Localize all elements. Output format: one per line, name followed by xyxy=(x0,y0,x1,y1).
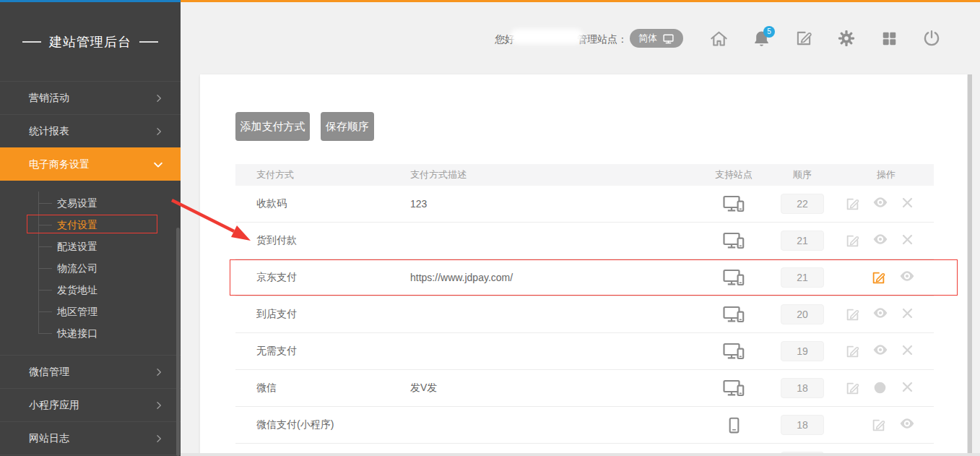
sidebar-item-b1[interactable]: 小程序应用 xyxy=(0,388,181,421)
sidebar-item-label: 统计报表 xyxy=(29,125,69,138)
order-cell: 21 xyxy=(766,267,838,288)
actions-cell xyxy=(838,381,934,396)
order-input[interactable]: 22 xyxy=(781,194,824,214)
edit-button[interactable] xyxy=(838,381,866,396)
desktop-mobile-icon xyxy=(723,231,745,250)
order-input[interactable]: 21 xyxy=(781,231,824,251)
title-rule-left xyxy=(22,41,41,43)
bottom-scrollbar[interactable] xyxy=(181,453,980,456)
edit-button-active[interactable] xyxy=(864,270,893,285)
sidebar-item-b0[interactable]: 微信管理 xyxy=(0,355,181,388)
preview-button[interactable] xyxy=(893,270,922,285)
payment-methods-table: 支付方式支付方式描述支持站点顺序操作 收款码12322货到付款21京东支付htt… xyxy=(235,164,934,456)
sidebar-subitem-3[interactable]: 物流公司 xyxy=(0,257,181,279)
supported-sites-cell xyxy=(701,268,766,287)
payment-row: 微信支付(小程序)18 xyxy=(235,407,934,444)
sidebar-submenu: 交易设置支付设置配送设置物流公司发货地址地区管理快递接口 xyxy=(0,181,181,355)
apps-grid-icon xyxy=(880,30,898,48)
column-header: 支付方式描述 xyxy=(410,168,701,181)
sidebar-item-label: 营销活动 xyxy=(29,92,69,105)
preview-disabled-icon xyxy=(866,381,893,396)
sidebar-nav-bottom: 微信管理小程序应用网站日志 xyxy=(0,355,181,455)
payment-row: 货到付款21 xyxy=(235,223,934,259)
delete-button[interactable] xyxy=(894,307,922,322)
sidebar-subitem-1-selected[interactable]: 支付设置 xyxy=(0,214,181,236)
sidebar-subitem-0[interactable]: 交易设置 xyxy=(0,192,181,214)
app-title: 建站管理后台 xyxy=(0,2,181,81)
column-header: 顺序 xyxy=(766,168,838,181)
preview-button[interactable] xyxy=(866,307,893,322)
payment-name: 货到付款 xyxy=(235,234,410,247)
logout-button[interactable] xyxy=(922,28,942,48)
column-header: 操作 xyxy=(838,168,934,181)
content-scrollbar[interactable] xyxy=(968,74,972,456)
sidebar-subitem-6[interactable]: 快递接口 xyxy=(0,322,181,344)
home-button[interactable] xyxy=(708,28,729,48)
sidebar-subitem-2[interactable]: 配送设置 xyxy=(0,236,181,257)
order-input[interactable]: 20 xyxy=(781,304,824,324)
sidebar: 建站管理后台 营销活动统计报表 电子商务设置 交易设置支付设置配送设置物流公司发… xyxy=(0,2,181,456)
delete-button[interactable] xyxy=(894,197,922,212)
settings-button[interactable] xyxy=(836,28,857,48)
chevron-right-icon xyxy=(153,126,165,137)
actions-cell xyxy=(838,344,934,359)
order-cell: 21 xyxy=(766,231,838,251)
home-icon xyxy=(709,29,729,48)
payment-name: 无需支付 xyxy=(235,345,410,358)
edit-button[interactable] xyxy=(838,233,866,249)
sidebar-item-label: 电子商务设置 xyxy=(29,158,90,171)
supported-sites-cell xyxy=(701,379,766,397)
delete-button[interactable] xyxy=(894,344,922,359)
preview-button[interactable] xyxy=(866,197,893,212)
sidebar-item-b2[interactable]: 网站日志 xyxy=(0,421,181,455)
language-site-pill[interactable]: 简体 xyxy=(630,29,683,48)
power-icon xyxy=(922,29,941,48)
edit-button[interactable] xyxy=(838,307,866,322)
compose-icon xyxy=(794,29,813,48)
sidebar-subitem-5[interactable]: 地区管理 xyxy=(0,301,181,322)
delete-button[interactable] xyxy=(894,381,922,396)
chevron-right-icon xyxy=(153,366,165,378)
payment-row: 收款码12322 xyxy=(235,186,934,223)
sidebar-item-1[interactable]: 统计报表 xyxy=(0,114,181,147)
order-input[interactable]: 21 xyxy=(781,267,824,288)
delete-button[interactable] xyxy=(894,233,922,249)
sidebar-subitem-4[interactable]: 发货地址 xyxy=(0,279,181,301)
payment-row: 京东支付https://www.jdpay.com/21 xyxy=(235,259,934,296)
actions-cell xyxy=(838,233,934,249)
payment-name: 微信支付(小程序) xyxy=(235,418,410,431)
gear-icon xyxy=(837,29,856,48)
payment-name: 收款码 xyxy=(235,197,410,210)
order-input[interactable]: 18 xyxy=(781,415,824,435)
sidebar-nav-top: 营销活动统计报表 xyxy=(0,81,181,147)
table-body: 收款码12322货到付款21京东支付https://www.jdpay.com/… xyxy=(235,186,934,456)
edit-button[interactable] xyxy=(838,197,866,212)
notification-badge: 5 xyxy=(763,26,775,38)
table-header-row: 支付方式支付方式描述支持站点顺序操作 xyxy=(235,164,934,186)
sidebar-item-ecommerce-settings[interactable]: 电子商务设置 xyxy=(0,147,181,181)
supported-sites-cell xyxy=(701,194,766,213)
payment-row: 到店支付20 xyxy=(235,296,934,333)
order-cell: 18 xyxy=(766,378,838,398)
sidebar-item-label: 网站日志 xyxy=(29,432,69,445)
order-cell: 18 xyxy=(766,415,838,435)
order-input[interactable]: 18 xyxy=(781,378,824,398)
add-payment-method-button[interactable]: 添加支付方式 xyxy=(235,112,310,141)
desktop-mobile-icon xyxy=(723,342,745,361)
save-order-button[interactable]: 保存顺序 xyxy=(321,112,374,141)
preview-button[interactable] xyxy=(866,233,893,249)
apps-grid-button[interactable] xyxy=(879,28,899,48)
order-cell: 20 xyxy=(766,304,838,324)
monitor-icon xyxy=(662,33,675,45)
payment-name: 微信 xyxy=(235,382,410,395)
edit-button[interactable] xyxy=(838,344,866,359)
edit-button[interactable] xyxy=(864,418,893,433)
sidebar-item-0[interactable]: 营销活动 xyxy=(0,81,181,114)
actions-cell xyxy=(838,197,934,212)
compose-button[interactable] xyxy=(794,28,814,48)
sidebar-item-label: 微信管理 xyxy=(29,366,69,379)
sidebar-scrollbar[interactable] xyxy=(176,228,180,456)
preview-button[interactable] xyxy=(866,344,893,359)
order-input[interactable]: 19 xyxy=(781,341,824,361)
preview-button[interactable] xyxy=(893,418,922,433)
